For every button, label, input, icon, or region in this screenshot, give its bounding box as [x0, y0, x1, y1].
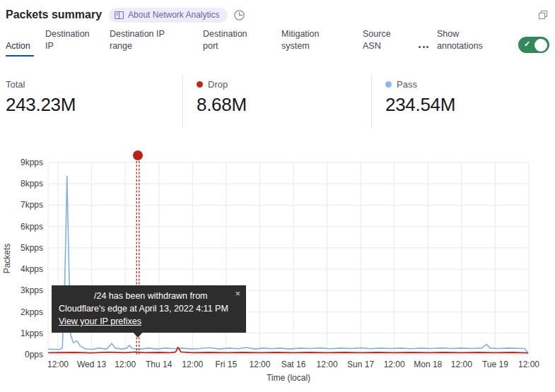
pass-legend-dot — [385, 81, 392, 88]
x-tick-label: Sat 16 — [281, 360, 306, 369]
y-tick-label: 8kpps — [21, 179, 43, 189]
stat-drop: Drop8.68M — [183, 73, 371, 129]
expand-icon — [537, 8, 549, 21]
stat-total: Total243.23M — [6, 73, 182, 129]
stat-value: 8.68M — [197, 94, 371, 116]
stat-value: 243.23M — [6, 94, 182, 116]
stats-row: Total243.23MDrop8.68MPass234.54M — [6, 73, 549, 129]
show-annotations-toggle[interactable]: ✓ — [518, 37, 549, 53]
annotation-tooltip: × /24 has been withdrawn from Cloudflare… — [52, 285, 246, 333]
x-tick-label: 12:00 — [451, 360, 472, 369]
tooltip-line2: Cloudflare's edge at April 13, 2022 4:11… — [59, 302, 239, 315]
stat-label: Total — [6, 79, 182, 90]
annotation-marker[interactable] — [133, 150, 143, 160]
y-tick-label: 4kpps — [21, 264, 43, 274]
y-tick-label: 2kpps — [21, 307, 43, 317]
book-icon — [115, 11, 124, 19]
tab-destination-ip[interactable]: Destination IP — [45, 28, 98, 57]
clock-icon — [233, 9, 245, 21]
tab-label: Source ASN — [363, 28, 398, 52]
badge-label: About Network Analytics — [128, 10, 219, 20]
y-tick-label: 7kpps — [21, 200, 43, 210]
x-tick-label: Mon 18 — [414, 360, 442, 369]
stat-label: Drop — [197, 79, 371, 90]
x-tick-label: 12:00 — [115, 360, 136, 369]
time-period-button[interactable] — [233, 9, 245, 21]
tab-label: Destination port — [203, 28, 259, 52]
y-tick-label: 1kpps — [21, 328, 43, 338]
x-axis-title: Time (local) — [267, 373, 310, 383]
tab-label: Mitigation system — [281, 28, 331, 52]
open-in-window-button[interactable] — [537, 8, 549, 21]
drop-legend-dot — [197, 81, 203, 88]
tab-destination-port[interactable]: Destination port — [203, 28, 270, 57]
view-ip-prefixes-link[interactable]: View your IP prefixes — [59, 316, 141, 326]
y-tick-label: 5kpps — [21, 243, 43, 253]
tab-label: Destination IP range — [110, 28, 180, 52]
show-annotations-label: Show annotations — [437, 28, 498, 57]
x-tick-label: 12:00 — [47, 360, 69, 369]
tab-label: Action — [6, 40, 34, 52]
tab-action[interactable]: Action — [6, 40, 34, 57]
close-icon[interactable]: × — [235, 287, 240, 300]
dimension-tabs: ActionDestination IPDestination IP range… — [6, 30, 549, 57]
packets-summary-panel: Packets summary About Network Analytics — [0, 0, 555, 392]
x-tick-label: Fri 15 — [216, 360, 238, 369]
x-tick-label: Sun 17 — [347, 360, 374, 369]
about-network-analytics-badge[interactable]: About Network Analytics — [109, 8, 227, 23]
stat-pass: Pass234.54M — [372, 73, 455, 129]
panel-header: Packets summary About Network Analytics — [6, 6, 549, 23]
page-title: Packets summary — [6, 8, 102, 21]
packets-chart: 0pps1kpps2kpps3kpps4kpps5kpps6kpps7kpps8… — [0, 138, 555, 392]
tab-label: Destination IP — [45, 28, 98, 52]
x-tick-label: 12:00 — [518, 360, 539, 369]
stat-value: 234.54M — [385, 94, 455, 116]
stat-label: Pass — [385, 79, 455, 90]
tab-destination-ip-range[interactable]: Destination IP range — [110, 28, 192, 57]
x-tick-label: 12:00 — [317, 360, 338, 369]
toggle-knob — [534, 39, 547, 52]
x-tick-label: 12:00 — [182, 360, 203, 369]
tab-source-asn[interactable]: Source ASN — [363, 28, 407, 57]
y-tick-label: 9kpps — [21, 158, 43, 167]
y-axis-title: Packets — [2, 244, 12, 274]
tab-mitigation-system[interactable]: Mitigation system — [281, 28, 351, 57]
tooltip-line1: /24 has been withdrawn from — [94, 290, 239, 302]
y-tick-label: 6kpps — [21, 222, 43, 232]
tooltip-arrow — [132, 331, 144, 338]
x-tick-label: 12:00 — [249, 360, 270, 369]
more-tabs-button[interactable] — [419, 46, 428, 48]
x-tick-label: 12:00 — [384, 360, 405, 369]
y-tick-label: 0pps — [25, 350, 43, 360]
check-icon: ✓ — [524, 40, 530, 49]
y-tick-label: 3kpps — [21, 285, 43, 295]
x-tick-label: Tue 19 — [482, 360, 508, 369]
x-tick-label: Thu 14 — [146, 360, 173, 369]
x-tick-label: Wed 13 — [77, 360, 106, 369]
